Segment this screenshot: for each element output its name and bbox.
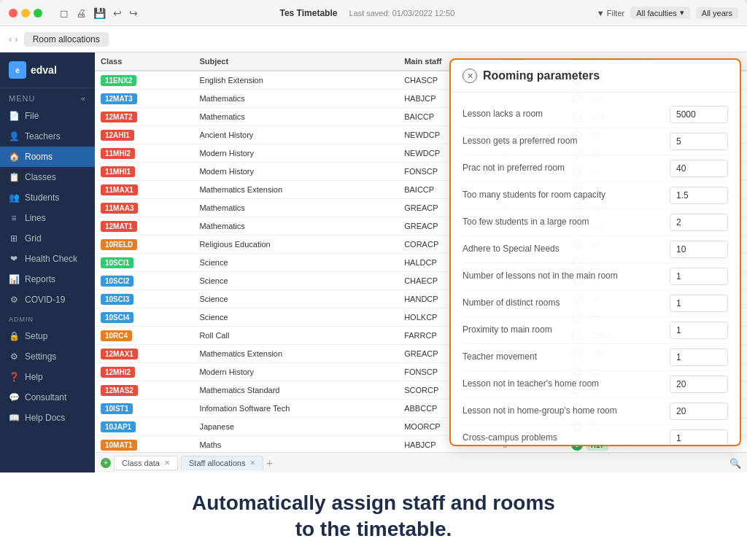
add-tab-icon[interactable]: + [101,458,111,468]
cell-class: 10SCI4 [95,308,193,327]
cell-subject: Mathematics Extension [193,181,398,199]
rooming-field-input[interactable] [670,402,728,420]
sidebar-item-helpdocs[interactable]: 📖 Help Docs [0,408,95,428]
sidebar-item-health-check[interactable]: ❤ Health Check [0,249,95,269]
rooming-field-input[interactable] [670,214,728,231]
cell-subject: Modern History [193,144,398,163]
rooming-field-input[interactable] [670,322,728,339]
rooming-field-label: Adhere to Special Needs [462,244,670,255]
rooming-field-label: Number of distinct rooms [462,298,670,309]
cell-class: 10RC4 [95,327,193,345]
cell-class: 10SCI1 [95,254,193,272]
sidebar-item-teachers[interactable]: 👤 Teachers [0,126,95,147]
cell-subject: English Extension [193,71,398,90]
redo-icon[interactable]: ↪ [129,7,138,19]
close-window-button[interactable] [9,9,18,18]
rooming-field-input[interactable] [670,349,728,366]
rooming-field-input[interactable] [670,429,728,445]
cell-subject: Roll Call [193,327,398,345]
sidebar-label-lines: Lines [25,213,46,223]
tab-staff-allocations[interactable]: Staff allocations ✕ [181,456,263,470]
rooming-field-row: Proximity to main room [462,317,728,344]
sidebar-item-students[interactable]: 👥 Students [0,187,95,208]
tab-search-icon[interactable]: 🔍 [729,458,741,469]
sidebar-label-file: File [25,111,39,121]
logo-text: edval [31,64,57,76]
class-badge: 12AHI1 [101,130,134,141]
undo-icon[interactable]: ↩ [113,7,122,19]
rooming-close-button[interactable]: ✕ [462,69,477,83]
faculty-dropdown[interactable]: All faculties ▾ [630,7,690,19]
last-saved-label: Last saved: 01/03/2022 12:50 [349,9,454,18]
class-badge: 11ENX2 [101,75,136,86]
rooming-field-label: Too few students in a large room [462,217,670,228]
back-arrow[interactable]: ‹ [9,34,12,44]
rooming-field-input[interactable] [670,133,728,150]
teachers-icon: 👤 [9,131,19,141]
print-icon[interactable]: 🖨 [76,7,86,19]
rooming-field-label: Number of lessons not in the main room [462,271,670,282]
tab-class-data-close[interactable]: ✕ [164,459,170,467]
class-badge: 12MAT2 [101,112,137,122]
rooming-field-row: Lesson lacks a room [462,101,728,128]
admin-label: ADMIN [0,310,95,326]
tab-bar-right: 🔍 [729,456,741,470]
rooming-field-label: Cross-campus problems [462,432,670,444]
cell-subject: Japanese [193,418,398,436]
sidebar-item-classes[interactable]: 📋 Classes [0,167,95,187]
rooming-field-input[interactable] [670,160,728,177]
sidebar-item-settings[interactable]: ⚙ Settings [0,346,95,367]
sidebar-item-file[interactable]: 📄 File [0,106,95,126]
sidebar-item-rooms[interactable]: 🏠 Rooms [0,147,95,167]
rooming-field-input[interactable] [670,241,728,258]
cell-class: 12MAT2 [95,108,193,126]
filter-button[interactable]: ▼ Filter [597,9,624,18]
sidebar-label-classes: Classes [25,172,56,182]
cell-subject: Modern History [193,363,398,381]
rooming-field-input[interactable] [670,376,728,393]
sidebar-item-reports[interactable]: 📊 Reports [0,269,95,289]
sidebar-item-lines[interactable]: ≡ Lines [0,208,95,228]
rooming-body: Lesson lacks a room Lesson gets a prefer… [451,93,740,445]
sidebar-item-help[interactable]: ❓ Help [0,367,95,387]
sidebar-item-consultant[interactable]: 💬 Consultant [0,387,95,408]
maximize-window-button[interactable] [34,9,42,18]
class-badge: 12MHI2 [101,367,135,378]
minimize-window-button[interactable] [21,9,30,18]
rooming-field-input[interactable] [670,106,728,123]
sidebar-label-setup: Setup [25,331,47,341]
tab-add-button[interactable]: + [266,457,272,469]
rooming-field-input[interactable] [670,187,728,204]
sidebar-label-consultant: Consultant [25,392,66,402]
cell-class: 12MAX1 [95,345,193,363]
help-icon: ❓ [9,372,19,382]
col-class: Class [95,52,193,71]
save-icon[interactable]: 💾 [93,7,106,19]
class-badge: 11MAX1 [101,184,138,195]
collapse-icon[interactable]: « [81,94,86,103]
sidebar-item-grid[interactable]: ⊞ Grid [0,228,95,249]
class-badge: 10SCI2 [101,276,133,287]
cell-class: 10JAP1 [95,418,193,436]
cell-subject: Mathematics Extension [193,345,398,363]
class-badge: 12MAX1 [101,349,138,359]
sidebar-label-reports: Reports [25,274,55,284]
rooming-field-input[interactable] [670,295,728,312]
back-icon[interactable]: ◻ [60,7,69,19]
forward-arrow[interactable]: › [15,34,18,44]
lines-icon: ≡ [9,213,19,223]
caption-line2: to the timetable. [295,516,452,542]
year-dropdown[interactable]: All years [696,7,738,19]
rooming-field-row: Lesson gets a preferred room [462,128,728,155]
rooming-title: Rooming parameters [483,69,600,82]
rooming-field-row: Number of distinct rooms [462,290,728,317]
sidebar-item-setup[interactable]: 🔒 Setup [0,326,95,346]
rooming-field-input[interactable] [670,268,728,285]
setup-icon: 🔒 [9,331,19,341]
tab-staff-allocations-close[interactable]: ✕ [249,459,255,467]
class-badge: 11MHI2 [101,148,135,159]
grid-icon: ⊞ [9,233,19,244]
tab-class-data[interactable]: Class data ✕ [114,456,178,470]
cell-class: 11MHI1 [95,163,193,181]
sidebar-item-covid[interactable]: ⚙ COVID-19 [0,289,95,310]
